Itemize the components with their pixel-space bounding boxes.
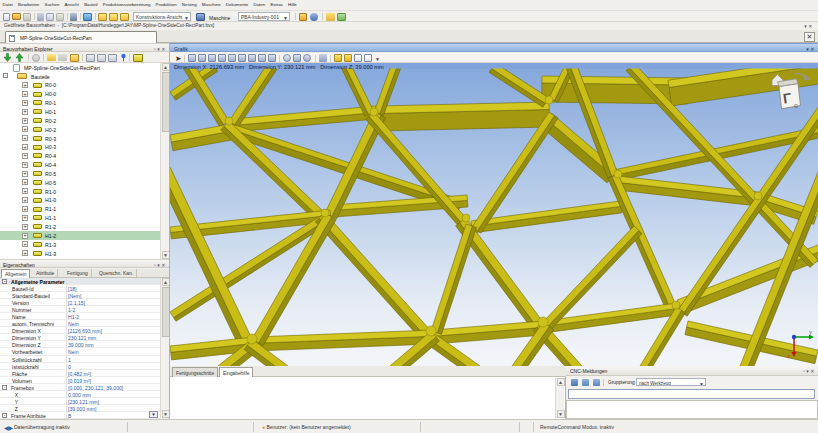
svg-text:Y: Y [809,331,812,336]
svg-text:G: G [794,103,798,109]
